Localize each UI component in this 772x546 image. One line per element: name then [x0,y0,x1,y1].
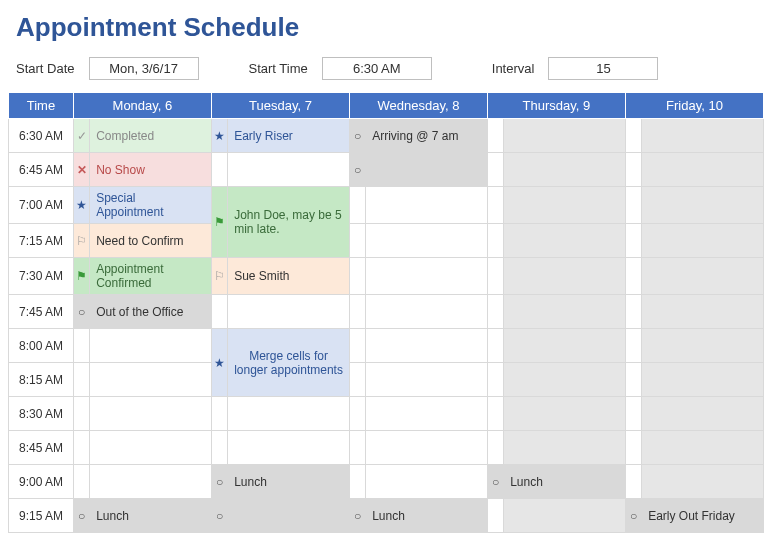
appt-cell[interactable]: Lunch [366,499,488,533]
appt-cell[interactable] [642,329,764,363]
appt-cell[interactable]: Lunch [228,465,350,499]
appt-cell[interactable]: Merge cells for longer appointments [228,329,350,397]
empty-icon[interactable] [487,119,503,153]
empty-icon[interactable] [625,187,641,224]
flag-green-icon[interactable] [211,187,227,258]
appt-cell[interactable]: Early Riser [228,119,350,153]
appt-cell[interactable] [228,397,350,431]
empty-icon[interactable] [487,431,503,465]
empty-icon[interactable] [487,187,503,224]
x-icon[interactable]: ✕ [73,153,89,187]
circle-icon[interactable] [349,119,365,153]
appt-cell[interactable]: Out of the Office [90,295,212,329]
appt-cell[interactable] [642,187,764,224]
appt-cell[interactable]: Lunch [90,499,212,533]
appt-cell[interactable] [504,119,626,153]
empty-icon[interactable] [487,224,503,258]
circle-icon[interactable] [211,465,227,499]
circle-icon[interactable] [625,499,641,533]
appt-cell[interactable] [504,295,626,329]
appt-cell[interactable] [366,431,488,465]
appt-cell[interactable] [228,153,350,187]
appt-cell[interactable] [504,153,626,187]
appt-cell[interactable] [366,153,488,187]
empty-icon[interactable] [625,363,641,397]
appt-cell[interactable] [228,295,350,329]
circle-icon[interactable] [211,499,227,533]
appt-cell[interactable]: No Show [90,153,212,187]
appt-cell[interactable]: Early Out Friday [642,499,764,533]
empty-icon[interactable] [625,329,641,363]
flag-green-icon[interactable] [73,258,89,295]
empty-icon[interactable] [349,465,365,499]
empty-icon[interactable] [625,431,641,465]
appt-cell[interactable] [228,431,350,465]
circle-icon[interactable] [349,153,365,187]
appt-cell[interactable] [90,329,212,363]
check-icon[interactable]: ✓ [73,119,89,153]
star-icon[interactable]: ★ [73,187,89,224]
appt-cell[interactable] [642,397,764,431]
appt-cell[interactable] [642,465,764,499]
appt-cell[interactable] [228,499,350,533]
empty-icon[interactable] [625,224,641,258]
appt-cell[interactable] [366,295,488,329]
empty-icon[interactable] [487,153,503,187]
circle-icon[interactable] [487,465,503,499]
empty-icon[interactable] [73,329,89,363]
appt-cell[interactable] [642,295,764,329]
empty-icon[interactable] [625,465,641,499]
appt-cell[interactable] [642,153,764,187]
empty-icon[interactable] [211,397,227,431]
appt-cell[interactable] [504,499,626,533]
appt-cell[interactable] [504,258,626,295]
appt-cell[interactable] [642,363,764,397]
empty-icon[interactable] [625,153,641,187]
empty-icon[interactable] [211,295,227,329]
appt-cell[interactable]: Arriving @ 7 am [366,119,488,153]
empty-icon[interactable] [211,431,227,465]
appt-cell[interactable] [90,431,212,465]
appt-cell[interactable] [504,187,626,224]
appt-cell[interactable]: Special Appointment [90,187,212,224]
appt-cell[interactable] [642,224,764,258]
empty-icon[interactable] [487,258,503,295]
appt-cell[interactable] [366,397,488,431]
appt-cell[interactable] [366,187,488,224]
empty-icon[interactable] [487,329,503,363]
circle-icon[interactable] [73,295,89,329]
appt-cell[interactable] [642,119,764,153]
appt-cell[interactable]: Sue Smith [228,258,350,295]
appt-cell[interactable] [90,397,212,431]
appt-cell[interactable] [366,329,488,363]
appt-cell[interactable] [90,465,212,499]
empty-icon[interactable] [487,397,503,431]
star-icon[interactable]: ★ [211,329,227,397]
start-time-input[interactable]: 6:30 AM [322,57,432,80]
appt-cell[interactable] [366,224,488,258]
empty-icon[interactable] [349,431,365,465]
empty-icon[interactable] [349,329,365,363]
appt-cell[interactable]: Completed [90,119,212,153]
empty-icon[interactable] [349,295,365,329]
empty-icon[interactable] [73,397,89,431]
empty-icon[interactable] [73,363,89,397]
appt-cell[interactable] [366,258,488,295]
appt-cell[interactable] [642,431,764,465]
appt-cell[interactable] [90,363,212,397]
appt-cell[interactable]: John Doe, may be 5 min late. [228,187,350,258]
appt-cell[interactable] [366,465,488,499]
empty-icon[interactable] [349,258,365,295]
empty-icon[interactable] [625,258,641,295]
interval-input[interactable]: 15 [548,57,658,80]
circle-icon[interactable] [73,499,89,533]
empty-icon[interactable] [73,465,89,499]
appt-cell[interactable] [504,329,626,363]
appt-cell[interactable] [504,224,626,258]
empty-icon[interactable] [349,187,365,224]
flag-white-icon[interactable] [73,224,89,258]
empty-icon[interactable] [349,363,365,397]
appt-cell[interactable] [366,363,488,397]
empty-icon[interactable] [349,224,365,258]
empty-icon[interactable] [487,295,503,329]
